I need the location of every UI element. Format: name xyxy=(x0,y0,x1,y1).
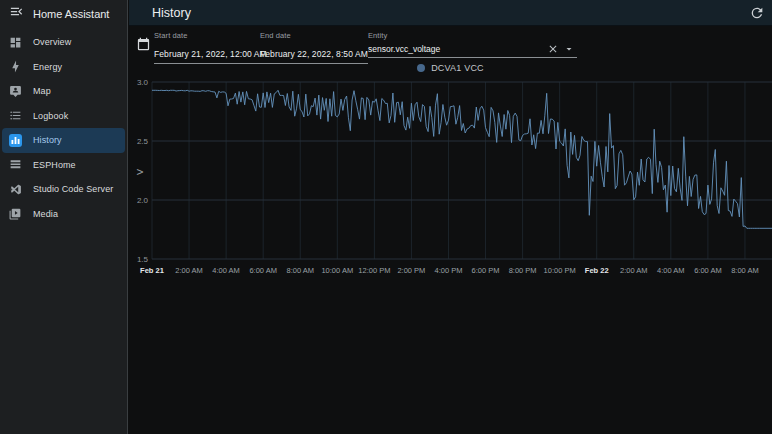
clear-entity-button[interactable] xyxy=(547,43,559,55)
sidebar-item-label: Logbook xyxy=(33,111,68,121)
x-axis-tick-label: Feb 21 xyxy=(140,266,164,275)
sidebar-item-label: Map xyxy=(33,86,51,96)
app-header: History xyxy=(129,0,772,26)
end-date-label: End date xyxy=(260,31,368,40)
x-axis-tick-label: 6:00 AM xyxy=(249,266,277,275)
x-axis-tick-label: 12:00 PM xyxy=(358,266,390,275)
x-axis-tick-label: 8:00 AM xyxy=(286,266,314,275)
y-axis-tick-label: 2.5 xyxy=(137,137,149,146)
y-axis-title: V xyxy=(135,169,145,175)
view-dashboard-icon xyxy=(9,36,22,49)
history-chart[interactable]: 3.02.52.01.5Feb 212:00 AM4:00 AM6:00 AM8… xyxy=(129,60,772,292)
sidebar-item-label: ESPHome xyxy=(33,160,76,170)
sidebar-item-esphome[interactable]: ESPHome xyxy=(2,153,125,178)
x-axis-tick-label: Feb 22 xyxy=(585,266,609,275)
entity-dropdown-button[interactable] xyxy=(563,43,575,55)
media-play-box-icon xyxy=(9,207,22,220)
home-assistant-window: { "app": { "title": "Home Assistant" }, … xyxy=(0,0,772,434)
menu-open-icon[interactable] xyxy=(9,4,24,23)
x-axis-tick-label: 6:00 AM xyxy=(694,266,722,275)
x-axis-tick-label: 2:00 AM xyxy=(620,266,648,275)
x-axis-tick-label: 2:00 PM xyxy=(397,266,425,275)
sidebar-item-overview[interactable]: Overview xyxy=(2,30,125,55)
history-panel: Start date February 21, 2022, 12:00 AM E… xyxy=(129,26,772,434)
x-axis-tick-label: 4:00 AM xyxy=(212,266,240,275)
sidebar: Home Assistant OverviewEnergyMapLogbookH… xyxy=(0,0,128,434)
filter-bar: Start date February 21, 2022, 12:00 AM E… xyxy=(129,26,772,62)
list-icon xyxy=(9,109,22,122)
esphome-icon xyxy=(9,158,22,171)
x-axis-tick-label: 2:00 AM xyxy=(175,266,203,275)
chart-legend[interactable]: DCVA1 VCC xyxy=(129,63,772,73)
sidebar-item-label: Studio Code Server xyxy=(33,184,113,194)
refresh-button[interactable] xyxy=(749,5,765,21)
x-axis-tick-label: 8:00 PM xyxy=(509,266,537,275)
sidebar-header: Home Assistant xyxy=(0,0,127,27)
map-account-icon xyxy=(9,85,22,98)
entity-label: Entity xyxy=(368,31,577,40)
close-icon xyxy=(547,43,559,55)
page-title: History xyxy=(129,6,191,20)
y-axis-tick-label: 3.0 xyxy=(137,78,149,87)
voltage-line-series xyxy=(152,90,772,228)
x-axis-tick-label: 10:00 PM xyxy=(544,266,576,275)
sidebar-item-history[interactable]: History xyxy=(2,128,125,153)
sidebar-item-label: Energy xyxy=(33,62,62,72)
app-title: Home Assistant xyxy=(33,8,109,20)
y-axis-tick-label: 1.5 xyxy=(137,255,149,264)
x-axis-tick-label: 6:00 PM xyxy=(472,266,500,275)
sidebar-item-studio-code-server[interactable]: Studio Code Server xyxy=(2,177,125,202)
x-axis-tick-label: 8:00 AM xyxy=(731,266,759,275)
vscode-icon xyxy=(9,183,22,196)
sidebar-item-label: History xyxy=(33,135,62,145)
entity-value[interactable]: sensor.vcc_voltage xyxy=(368,44,545,54)
chevron-down-icon xyxy=(563,43,575,55)
sidebar-nav: OverviewEnergyMapLogbookHistoryESPHomeSt… xyxy=(0,27,127,226)
sidebar-item-energy[interactable]: Energy xyxy=(2,55,125,80)
sidebar-item-media[interactable]: Media xyxy=(2,202,125,227)
calendar-icon[interactable] xyxy=(136,37,151,52)
lightning-bolt-icon xyxy=(9,60,22,73)
entity-field[interactable]: Entity sensor.vcc_voltage xyxy=(368,31,577,58)
legend-label: DCVA1 VCC xyxy=(431,63,484,73)
sidebar-item-label: Overview xyxy=(33,37,71,47)
x-axis-tick-label: 4:00 AM xyxy=(657,266,685,275)
sidebar-item-label: Media xyxy=(33,209,58,219)
x-axis-tick-label: 4:00 PM xyxy=(435,266,463,275)
chart-box-icon xyxy=(9,134,22,147)
start-date-label: Start date xyxy=(154,31,267,40)
refresh-icon xyxy=(749,5,765,21)
x-axis-tick-label: 10:00 AM xyxy=(321,266,353,275)
y-axis-tick-label: 2.0 xyxy=(137,196,149,205)
sidebar-item-map[interactable]: Map xyxy=(2,79,125,104)
sidebar-item-logbook[interactable]: Logbook xyxy=(2,104,125,129)
legend-marker xyxy=(417,64,425,72)
